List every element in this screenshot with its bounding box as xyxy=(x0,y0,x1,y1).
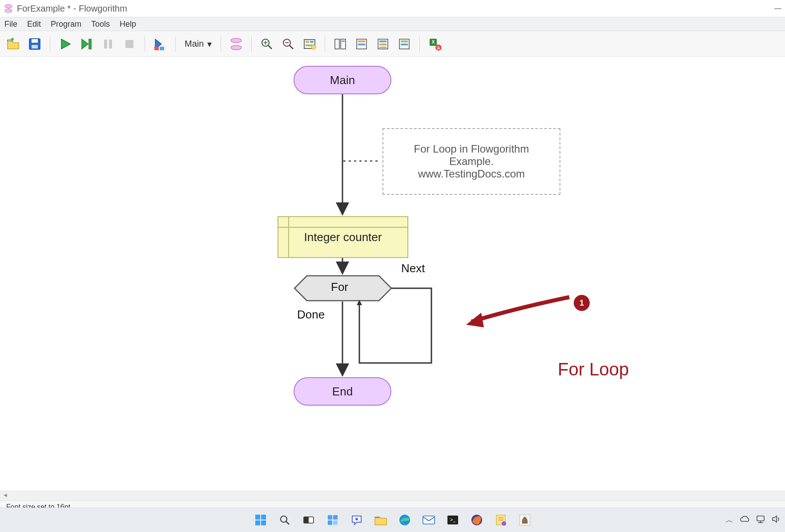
open-button[interactable] xyxy=(4,35,22,53)
svg-rect-26 xyxy=(310,41,314,43)
stop-button[interactable] xyxy=(121,35,138,53)
flowchart-declare[interactable]: Integer counter xyxy=(278,216,408,258)
menu-tools[interactable]: Tools xyxy=(91,20,110,29)
svg-text:X: X xyxy=(432,40,435,44)
svg-text:>_: >_ xyxy=(450,517,456,522)
tray-cloud-icon[interactable] xyxy=(740,515,749,525)
title-bar: ForExample * - Flowgorithm — xyxy=(0,0,785,17)
taskbar: >_ ︿ xyxy=(0,508,785,532)
flowchart-declare-label: Integer counter xyxy=(304,230,382,244)
svg-rect-55 xyxy=(261,515,266,520)
tray-volume-icon[interactable] xyxy=(772,515,781,526)
svg-rect-78 xyxy=(757,516,764,521)
layout3-button[interactable] xyxy=(374,35,392,53)
zoom-in-button[interactable] xyxy=(258,35,276,53)
menu-program[interactable]: Program xyxy=(51,20,81,29)
svg-rect-40 xyxy=(401,40,408,42)
layout1-button[interactable] xyxy=(331,35,349,53)
horizontal-scrollbar[interactable] xyxy=(0,491,785,500)
pause-button[interactable] xyxy=(99,35,117,53)
flowchart-next-label: Next xyxy=(401,262,425,275)
breakpoint-button[interactable] xyxy=(151,35,169,53)
svg-rect-67 xyxy=(375,517,379,518)
svg-rect-29 xyxy=(335,39,339,49)
flowchart-end-label: End xyxy=(332,385,353,399)
svg-line-22 xyxy=(290,45,293,49)
flowchart-start[interactable]: Main xyxy=(294,66,391,94)
shapes-button[interactable] xyxy=(227,35,245,53)
zoom-out-button[interactable] xyxy=(279,35,297,53)
step-button[interactable] xyxy=(78,35,96,53)
menu-help[interactable]: Help xyxy=(120,20,136,29)
comment-line3: www.TestingDocs.com xyxy=(418,168,525,180)
export-button[interactable]: XA xyxy=(426,35,444,53)
svg-rect-11 xyxy=(125,40,133,48)
svg-point-15 xyxy=(231,38,242,43)
comment-line2: Example. xyxy=(449,155,494,168)
annotation-badge: 1 xyxy=(574,295,590,311)
chat-icon[interactable] xyxy=(349,512,364,528)
svg-text:A: A xyxy=(437,46,440,50)
svg-rect-14 xyxy=(160,47,164,50)
flowchart-comment[interactable]: For Loop in Flowgorithm Example. www.Tes… xyxy=(382,128,560,195)
zoom-fit-button[interactable] xyxy=(301,35,318,53)
widgets-icon[interactable] xyxy=(325,512,340,528)
notes-icon[interactable] xyxy=(493,512,508,528)
svg-point-66 xyxy=(355,518,358,520)
dbeaver-icon[interactable] xyxy=(517,512,532,528)
svg-rect-61 xyxy=(304,517,309,523)
menu-edit[interactable]: Edit xyxy=(27,20,41,29)
svg-marker-81 xyxy=(773,516,777,522)
svg-marker-7 xyxy=(82,39,88,49)
svg-rect-9 xyxy=(104,40,107,48)
taskview-icon[interactable] xyxy=(301,512,316,528)
terminal-icon[interactable]: >_ xyxy=(445,512,460,528)
flowchart-start-label: Main xyxy=(330,73,355,87)
svg-rect-25 xyxy=(306,41,309,43)
svg-rect-36 xyxy=(379,40,386,42)
toolbar: Main ▾ XA xyxy=(0,31,785,57)
minimize-button[interactable]: — xyxy=(774,4,781,12)
explorer-icon[interactable] xyxy=(373,512,388,528)
edge-icon[interactable] xyxy=(397,512,412,528)
menu-file[interactable]: File xyxy=(4,20,17,29)
svg-point-1 xyxy=(5,9,12,12)
flowchart-for-label: For xyxy=(331,280,348,294)
tray-chevron-up-icon[interactable]: ︿ xyxy=(725,515,733,525)
annotation-label: For Loop xyxy=(558,359,629,379)
firefox-icon[interactable] xyxy=(469,512,484,528)
flowchart-end[interactable]: End xyxy=(294,377,391,406)
save-button[interactable] xyxy=(26,35,44,53)
mail-icon[interactable] xyxy=(421,512,436,528)
flowchart-canvas[interactable]: Main For Loop in Flowgorithm Example. ww… xyxy=(0,57,785,491)
svg-rect-10 xyxy=(109,40,112,48)
svg-rect-5 xyxy=(32,45,38,48)
svg-rect-65 xyxy=(333,520,338,525)
svg-rect-56 xyxy=(255,520,260,525)
svg-rect-33 xyxy=(358,40,365,42)
svg-marker-53 xyxy=(466,313,484,327)
comment-line1: For Loop in Flowgorithm xyxy=(414,143,529,155)
svg-rect-37 xyxy=(379,44,386,45)
svg-point-0 xyxy=(5,4,12,8)
annotation-arrow-icon xyxy=(463,293,574,337)
svg-rect-4 xyxy=(32,39,38,43)
function-dropdown[interactable]: Main ▾ xyxy=(182,39,214,49)
svg-rect-69 xyxy=(423,516,435,524)
menu-bar: File Edit Program Tools Help xyxy=(0,17,785,31)
svg-rect-13 xyxy=(154,47,159,50)
svg-marker-6 xyxy=(61,39,70,49)
svg-rect-57 xyxy=(261,520,266,525)
app-icon xyxy=(4,4,13,13)
tray-network-icon[interactable] xyxy=(756,515,765,526)
layout4-button[interactable] xyxy=(395,35,413,53)
annotation-badge-text: 1 xyxy=(580,298,584,308)
search-icon[interactable] xyxy=(277,512,292,528)
svg-rect-62 xyxy=(328,515,332,520)
svg-rect-31 xyxy=(342,40,345,42)
layout2-button[interactable] xyxy=(353,35,370,53)
svg-rect-54 xyxy=(255,515,260,520)
svg-point-16 xyxy=(231,45,242,50)
run-button[interactable] xyxy=(56,35,74,53)
start-icon[interactable] xyxy=(253,512,268,528)
